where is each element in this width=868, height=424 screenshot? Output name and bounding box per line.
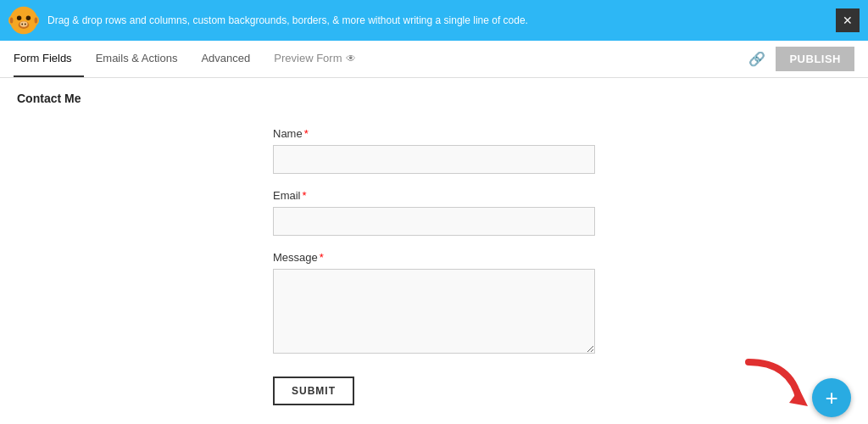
svg-point-10 xyxy=(35,17,38,23)
tab-preview-form[interactable]: Preview Form 👁 xyxy=(262,41,368,77)
email-required-star: * xyxy=(303,189,307,202)
submit-button[interactable]: SUBMIT xyxy=(273,377,354,405)
svg-point-5 xyxy=(21,24,23,25)
add-button[interactable]: + xyxy=(812,378,851,417)
publish-button[interactable]: PUBLISH xyxy=(776,47,854,71)
fab-area: + xyxy=(740,354,851,417)
monkey-logo xyxy=(8,5,39,36)
header-actions: 🔗 PUBLISH xyxy=(748,47,854,71)
email-field-group: Email * xyxy=(273,189,595,236)
svg-point-9 xyxy=(10,17,14,23)
svg-point-4 xyxy=(20,21,28,26)
name-required-star: * xyxy=(304,127,309,140)
svg-marker-11 xyxy=(789,389,808,406)
email-label: Email * xyxy=(273,189,595,202)
red-arrow-icon xyxy=(740,354,816,413)
tab-emails-actions[interactable]: Emails & Actions xyxy=(84,41,190,77)
banner-close-button[interactable]: ✕ xyxy=(836,8,860,32)
message-label: Message * xyxy=(273,251,595,264)
form-inner: Name * Email * Message * xyxy=(273,127,595,405)
plus-icon: + xyxy=(825,387,837,409)
name-label: Name * xyxy=(273,127,595,140)
page-title: Contact Me xyxy=(17,92,851,105)
email-input[interactable] xyxy=(273,207,595,236)
name-input[interactable] xyxy=(273,145,595,174)
message-textarea[interactable] xyxy=(273,269,595,354)
form-container: Name * Email * Message * xyxy=(17,119,851,414)
main-content: Contact Me Name * Email * xyxy=(0,78,868,424)
nav-tabs: Form Fields Emails & Actions Advanced Pr… xyxy=(14,41,368,77)
eye-icon: 👁 xyxy=(346,53,356,64)
tab-form-fields[interactable]: Form Fields xyxy=(14,41,84,77)
svg-point-6 xyxy=(25,24,26,25)
message-field-group: Message * xyxy=(273,251,595,356)
header: Form Fields Emails & Actions Advanced Pr… xyxy=(0,41,868,78)
banner-text: Drag & drop rows and columns, custom bac… xyxy=(47,14,836,28)
svg-point-2 xyxy=(26,16,31,20)
tab-advanced[interactable]: Advanced xyxy=(189,41,262,77)
link-icon[interactable]: 🔗 xyxy=(748,51,765,67)
top-banner: Drag & drop rows and columns, custom bac… xyxy=(0,0,868,41)
name-field-group: Name * xyxy=(273,127,595,174)
svg-point-1 xyxy=(17,16,21,20)
message-required-star: * xyxy=(320,251,324,264)
